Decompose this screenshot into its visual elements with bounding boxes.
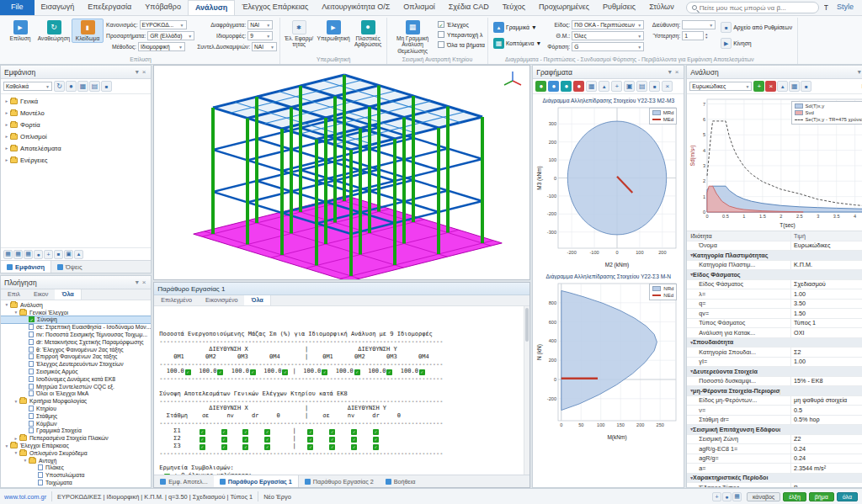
twisty-icon[interactable]: ▾ <box>3 302 10 307</box>
interaction-chart-m2m3[interactable]: -200-1000100200-300-200-1000100200300M2 … <box>535 103 681 270</box>
tree-item[interactable]: Υποστυλώματα <box>1 471 151 479</box>
bottom-tab[interactable]: Εμφ. Αποτελ... <box>154 475 213 487</box>
property-row[interactable]: μη-Φέροντα Στοιχεία-Περιορισμός Βλαβών <box>687 386 862 396</box>
work-window-header[interactable]: Παράθυρο Εργασίας 1 <box>154 283 529 295</box>
view-top-icon[interactable] <box>3 250 13 259</box>
tree-item[interactable]: ▸ Φορτία <box>1 119 151 130</box>
tree-item[interactable]: σε: Στρεπτική Ευαισθησία - Ισοδύναμο Μον… <box>1 323 151 331</box>
ribbon-select[interactable]: ΝΑΙ▼ <box>252 42 277 51</box>
scrollbar[interactable] <box>524 306 529 475</box>
solve-button[interactable]: Κλείδωμα <box>72 19 104 43</box>
property-row[interactable]: Κατηγορία Σπουδαι... Σ2 <box>687 347 862 358</box>
coords-icon[interactable] <box>712 492 721 501</box>
pushover-button[interactable]: Πλαστικές Αρθρώσεις <box>352 19 384 50</box>
property-row[interactable]: Έδαφος Τύπος B <box>687 483 862 487</box>
table-icon[interactable] <box>789 81 800 92</box>
ribbon-select[interactable]: Όλες▼ <box>572 31 644 40</box>
tree-item[interactable]: Κτηρίου <box>1 405 151 412</box>
view-front-icon[interactable] <box>13 250 23 259</box>
sphere-green-icon[interactable] <box>535 81 546 92</box>
work-window-tab[interactable]: Εικονισμένο <box>199 295 244 305</box>
property-row[interactable]: a= 2.3544 m/s² <box>687 464 862 474</box>
close-icon[interactable]: × <box>141 68 148 76</box>
bottom-tab[interactable]: Παράθυρο Εργασίας 2 <box>299 475 380 487</box>
tree-item[interactable]: ▸ Μοντέλο <box>1 107 151 119</box>
panel-tab[interactable]: Όψεις <box>51 261 88 273</box>
tree-item[interactable]: Όλοι οι Έλεγχοι ΜκΑ <box>1 390 151 398</box>
nonlinear-foundation-button[interactable]: Μη Γραμμική Ανάλυση Θεμελίωσης <box>390 19 435 56</box>
tree-item[interactable]: Τοιχώματα <box>1 479 151 486</box>
ribbon-select[interactable]: ΠΘ ΟΚΑ - Περιπτώσεων▼ <box>572 20 644 29</box>
tree-item[interactable]: ▸ Γενικά <box>1 95 151 107</box>
tree-item[interactable]: Γραμμικά Στοιχεία <box>1 427 151 435</box>
tree-item[interactable]: ▸ Ενέργειες <box>1 154 151 166</box>
nav-tab[interactable]: Εικον <box>27 289 56 300</box>
zoom-all-icon[interactable] <box>44 250 53 259</box>
view-side-icon[interactable] <box>24 250 33 259</box>
ribbon-tab[interactable]: Ρυθμίσεις <box>596 0 642 15</box>
close-icon[interactable]: × <box>673 68 681 76</box>
pin-icon[interactable]: ▾ <box>667 68 673 76</box>
property-row[interactable]: λ= 1.00 <box>687 289 862 300</box>
property-row[interactable]: Ποσοστό δυσκαμψι... 15% - ΕΚ8 <box>687 377 862 387</box>
ribbon-tab[interactable]: Έλεγχος Επάρκειας <box>235 0 315 15</box>
property-row[interactable]: qv= 1.50 <box>687 309 862 319</box>
property-row[interactable]: Κατηγορία Πλαστιμότητας <box>687 251 862 261</box>
property-row[interactable]: Ανάλυση για Κατακ... ΟΧΙ <box>687 328 862 338</box>
pin-icon[interactable]: ▾ <box>134 279 141 286</box>
twisty-icon[interactable]: ▾ <box>22 458 29 463</box>
ribbon-tab[interactable]: Τεύχος <box>496 0 532 15</box>
tree-item[interactable]: Στάθμης <box>1 412 151 420</box>
layers-icon[interactable] <box>732 492 742 501</box>
property-row[interactable]: agR/g-EC8 1= 0.24 <box>687 444 862 454</box>
save-icon[interactable] <box>801 81 811 92</box>
close-icon[interactable] <box>662 81 673 92</box>
ribbon-tab[interactable]: File <box>0 0 35 15</box>
image-icon[interactable] <box>77 81 88 92</box>
tree-item[interactable]: ▸ Αποτελέσματα <box>1 142 151 154</box>
print-icon[interactable] <box>636 81 647 92</box>
snap-toggle[interactable]: βήμα <box>809 492 834 501</box>
tree-item[interactable]: Δοκοί Ανωδομής <box>1 486 151 487</box>
bottom-tab[interactable]: Παράθυρο Εργασίας 1 <box>214 475 299 487</box>
tree-item[interactable]: Σεισμικός Αρμός <box>1 368 151 375</box>
property-row[interactable]: Τύπος Φάσματος Τύπος 1 <box>687 319 862 329</box>
tree-item[interactable]: Μητρώα Συντελεστών CQC εξ. <box>1 383 151 390</box>
property-row[interactable]: Χαρακτηριστικές Περίοδοι <box>687 474 862 484</box>
sphere-red-icon[interactable] <box>573 81 584 92</box>
tree-item[interactable]: Ισοδύναμες Δυνάμεις κατά ΕΚ8 <box>1 375 151 383</box>
tree-item[interactable]: ▾ Ανάλυση <box>1 301 151 309</box>
tree-item[interactable]: Πλάκες <box>1 464 151 472</box>
property-row[interactable]: Δευτερεύοντα Στοιχεία <box>687 367 862 377</box>
ribbon-button[interactable]: Αρχείο από Ρυθμίσεων <box>718 20 795 34</box>
diagram-dropdown[interactable]: Γραμμικά ▼ <box>491 20 544 34</box>
nav-tab[interactable]: Επιλ <box>1 289 27 300</box>
property-row[interactable]: agR/g= 0.24 <box>687 454 862 464</box>
ribbon-button[interactable]: Κίνηση <box>718 36 795 50</box>
tree-item[interactable]: ▸ Πεπερασμένα Στοιχεία Πλακών <box>1 434 151 442</box>
property-row[interactable]: Σεισμική Επιτάχυνση Εδάφους <box>687 425 862 435</box>
work-window-tab[interactable]: Όλα <box>244 295 270 305</box>
pushover-button[interactable]: Έλ. Εφαρμ/τητας <box>283 19 315 50</box>
refresh-icon[interactable] <box>54 81 65 92</box>
website-link[interactable]: www.tol.com.gr <box>4 493 46 501</box>
tree-item[interactable]: Κόμβων <box>1 420 151 427</box>
sphere-teal-icon[interactable] <box>561 81 572 92</box>
ribbon-tab[interactable]: Επεξεργασία <box>81 0 138 15</box>
twisty-icon[interactable]: ▾ <box>13 450 19 455</box>
panel-tab[interactable]: Εμφάνιση <box>1 261 51 273</box>
ribbon-select[interactable]: G▼ <box>572 42 644 51</box>
tree-item[interactable]: ▾ Κριτήρια Μορφολογίας <box>1 397 151 405</box>
nav-tab[interactable]: Όλα <box>55 289 81 300</box>
wireframe-icon[interactable] <box>64 250 73 259</box>
property-row[interactable]: Είδος Φάσματος <box>687 270 862 280</box>
del-spectrum-icon[interactable] <box>765 81 776 92</box>
twisty-icon[interactable]: ▸ <box>3 157 10 162</box>
ribbon-tab[interactable]: Ανάλυση <box>188 0 235 15</box>
ribbon-search[interactable] <box>686 2 819 13</box>
snap-toggle[interactable]: έλξη <box>783 492 806 501</box>
property-row[interactable]: Στάθμη dr= 0.5% hορ <box>687 416 862 426</box>
property-row[interactable]: Είδος μη-Φερόντων... μη ψαθυρά στοιχεία <box>687 396 862 406</box>
tree-item[interactable]: Σύνοψη <box>1 316 151 324</box>
property-row[interactable]: Όνομα Ευρωκώδικες <box>687 241 862 252</box>
